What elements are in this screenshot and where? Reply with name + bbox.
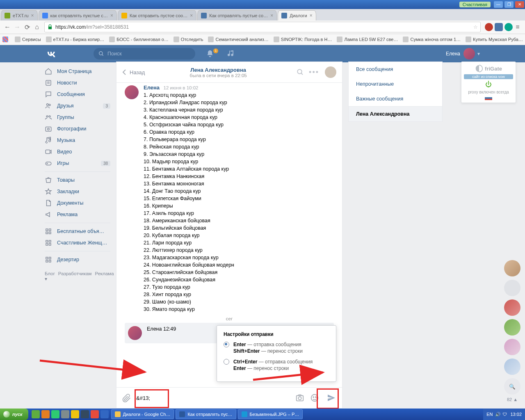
- bookmark-item[interactable]: Семантический анализ…: [208, 37, 268, 42]
- address-bar[interactable]: https://vk.com/im?sel=358188531 ☆: [44, 22, 481, 32]
- chrome-menu-button[interactable]: ≡: [513, 22, 523, 32]
- sidebar-item-grid[interactable]: Счастливые Женщ…: [45, 237, 110, 249]
- quicklaunch-icon[interactable]: [51, 410, 59, 418]
- folder-important[interactable]: Важные сообщения: [349, 91, 442, 106]
- bookmark-item[interactable]: БОСС - биллинговая о…: [109, 37, 169, 42]
- message-avatar[interactable]: [125, 85, 139, 99]
- bookmark-item[interactable]: Купить Мужская Руба…: [466, 37, 523, 42]
- nav-forward-button[interactable]: →: [12, 22, 22, 32]
- start-button[interactable]: пуск: [0, 409, 28, 420]
- chat-peer-name[interactable]: Лена Александровна: [145, 67, 292, 73]
- bookmark-item[interactable]: Лампа LED 5W E27 све…: [337, 37, 398, 42]
- quicklaunch-icon[interactable]: [100, 410, 109, 418]
- tray-lang[interactable]: EN: [486, 412, 493, 417]
- tab-close-icon[interactable]: ×: [270, 13, 273, 18]
- sidebar-item-home[interactable]: Моя Страница: [45, 66, 110, 77]
- sidebar-item-friends[interactable]: Друзья3: [45, 100, 110, 112]
- quicklaunch-icon[interactable]: [61, 410, 69, 418]
- chat-peer-avatar[interactable]: [325, 66, 336, 78]
- browser-tab[interactable]: Как отправить пустое соо…×: [118, 10, 196, 21]
- message-avatar[interactable]: [128, 326, 142, 340]
- os-minimize-button[interactable]: —: [494, 1, 503, 8]
- photo-icon[interactable]: [295, 393, 304, 402]
- sidebar-item-market[interactable]: Товары: [45, 174, 110, 186]
- footer-link[interactable]: Реклама: [95, 271, 114, 276]
- quicklaunch-icon[interactable]: [41, 410, 50, 418]
- back-button[interactable]: Назад: [122, 69, 145, 75]
- tray-volume-icon[interactable]: 🔊: [495, 412, 501, 417]
- sidebar-item-music[interactable]: Музыка: [45, 135, 110, 146]
- taskbar-task[interactable]: Диалоги - Google Ch…: [111, 409, 174, 419]
- message-sender[interactable]: Елена: [147, 326, 162, 332]
- notifications-icon[interactable]: 1: [206, 50, 217, 58]
- extension-p-icon[interactable]: [504, 23, 513, 31]
- sidebar-item-grid[interactable]: Дезертир: [45, 254, 110, 265]
- taskbar-task[interactable]: Как отправлять пус…: [176, 409, 236, 419]
- mini-chat-search[interactable]: 🔍: [504, 378, 520, 395]
- os-close-button[interactable]: ✕: [515, 1, 524, 8]
- message-input[interactable]: [135, 395, 290, 402]
- tab-close-icon[interactable]: ×: [190, 13, 193, 18]
- bookmark-item[interactable]: Отследить: [173, 37, 203, 42]
- sidebar-item-msg[interactable]: Сообщения: [45, 89, 110, 100]
- quicklaunch-icon[interactable]: [91, 410, 99, 418]
- browser-tab[interactable]: eTXT.ru×: [1, 10, 38, 21]
- send-button[interactable]: [326, 393, 336, 403]
- quicklaunch-icon[interactable]: [32, 410, 40, 418]
- extension-frigate-icon[interactable]: [495, 23, 503, 31]
- mini-chat-avatar[interactable]: [504, 280, 520, 296]
- frigate-widget[interactable]: friGate сайт из списка vow ⏻ proxy включ…: [461, 62, 516, 103]
- sidebar-item-games[interactable]: Игры38: [45, 158, 110, 169]
- bookmark-item[interactable]: eTXT.ru - Биржа копир…: [46, 37, 105, 42]
- tray-shield-icon[interactable]: 🛡: [502, 412, 507, 417]
- message-sender[interactable]: Елена: [144, 84, 160, 91]
- tab-close-icon[interactable]: ×: [31, 13, 34, 18]
- sidebar-item-ads[interactable]: Реклама: [45, 209, 110, 220]
- bookmark-item[interactable]: Сервисы: [15, 37, 41, 42]
- footer-link[interactable]: Блог: [45, 271, 55, 276]
- folder-active-peer[interactable]: Лена Александровна: [349, 106, 442, 121]
- quicklaunch-icon[interactable]: [81, 410, 89, 418]
- sidebar-item-video[interactable]: Видео: [45, 146, 110, 158]
- quicklaunch-icon[interactable]: [71, 410, 79, 418]
- bookmark-item[interactable]: Сумка жіноча оптом 1…: [403, 37, 461, 42]
- extension-abp-icon[interactable]: [485, 23, 493, 31]
- mini-chat-avatar[interactable]: [504, 299, 520, 316]
- attach-icon[interactable]: [122, 393, 131, 402]
- bookmark-item[interactable]: SINOPTIK: Погода в Н…: [274, 37, 332, 42]
- mini-chats-count[interactable]: 82 ▲: [507, 397, 518, 402]
- sidebar-item-docs[interactable]: Документы: [45, 197, 110, 209]
- bookmark-star-icon[interactable]: ☆: [473, 24, 478, 30]
- vk-logo-icon[interactable]: [45, 48, 57, 59]
- os-maximize-button[interactable]: ❐: [504, 1, 514, 8]
- chat-more-icon[interactable]: •••: [309, 68, 319, 77]
- sidebar-item-photos[interactable]: Фотографии: [45, 123, 110, 135]
- nav-back-button[interactable]: ←: [2, 22, 12, 32]
- send-option-ctrl-enter[interactable]: Ctrl+Enter — отправка сообщенияEnter — п…: [224, 358, 329, 372]
- browser-tab[interactable]: как отправлять пукстые с…×: [39, 10, 117, 21]
- folder-unread[interactable]: Непрочитанные: [349, 77, 442, 91]
- browser-tab[interactable]: Диалоги×: [278, 10, 316, 21]
- tab-close-icon[interactable]: ×: [110, 13, 113, 18]
- tray-clock[interactable]: 13:02: [510, 412, 522, 417]
- emoji-icon[interactable]: [310, 393, 319, 402]
- sidebar-item-news[interactable]: Новости: [45, 77, 110, 89]
- taskbar-task[interactable]: Безымянный.JPG – P…: [238, 409, 303, 419]
- nav-home-button[interactable]: ⌂: [32, 22, 42, 32]
- footer-link[interactable]: Разработчикам: [58, 271, 92, 276]
- topbar-user-menu[interactable]: Елена ▾: [446, 48, 480, 59]
- nav-reload-button[interactable]: ⟳: [22, 22, 32, 32]
- browser-tab[interactable]: Как отправлять пустые со…×: [197, 10, 277, 21]
- apps-shortcut[interactable]: [2, 37, 10, 42]
- mini-chat-avatar[interactable]: [504, 260, 520, 276]
- mini-chat-avatar[interactable]: [504, 358, 520, 375]
- folder-all[interactable]: Все сообщения: [349, 62, 442, 77]
- sidebar-item-groups[interactable]: Группы: [45, 112, 110, 123]
- system-tray[interactable]: EN 🔊 🛡 13:02: [483, 409, 525, 420]
- mini-chat-avatar[interactable]: [504, 339, 520, 355]
- send-option-enter[interactable]: Enter — отправка сообщенияShift+Enter — …: [224, 341, 329, 354]
- vk-search-input[interactable]: Поиск: [94, 48, 195, 59]
- tab-close-icon[interactable]: ×: [310, 13, 313, 18]
- sidebar-item-fav[interactable]: Закладки: [45, 186, 110, 197]
- music-topbar-icon[interactable]: [227, 50, 238, 58]
